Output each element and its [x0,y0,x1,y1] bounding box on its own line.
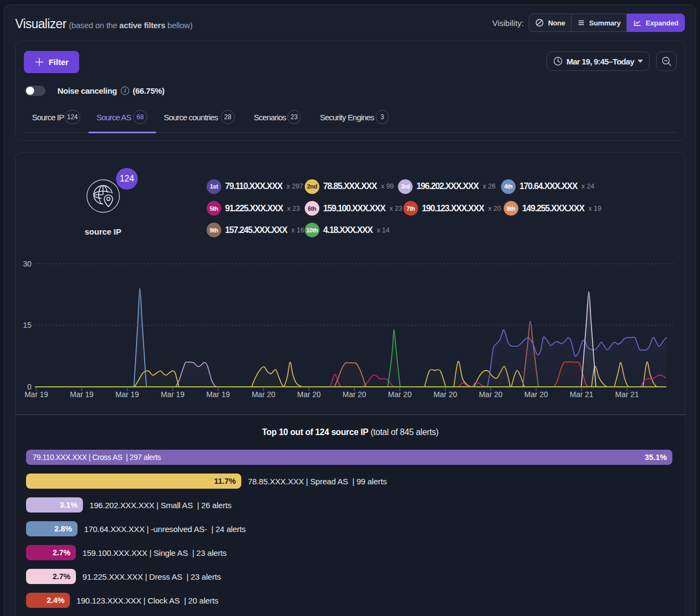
svg-text:Mar 20: Mar 20 [252,390,275,399]
svg-text:Mar 19: Mar 19 [70,390,94,399]
svg-text:i: i [124,88,126,94]
svg-text:Mar 20: Mar 20 [297,390,321,399]
svg-text:Mar 19: Mar 19 [206,390,230,399]
svg-text:Mar 19: Mar 19 [115,390,139,399]
svg-text:30: 30 [23,260,31,268]
svg-text:15: 15 [23,321,31,329]
svg-text:Mar 21: Mar 21 [570,390,594,399]
svg-text:Mar 20: Mar 20 [388,390,412,399]
svg-text:Mar 21: Mar 21 [615,390,639,399]
svg-text:Mar 19: Mar 19 [161,390,185,399]
svg-text:Mar 20: Mar 20 [524,390,548,399]
svg-text:Mar 20: Mar 20 [343,390,367,399]
svg-text:Mar 19: Mar 19 [24,390,48,399]
svg-text:Mar 20: Mar 20 [479,390,503,399]
svg-text:Mar 20: Mar 20 [433,390,457,399]
